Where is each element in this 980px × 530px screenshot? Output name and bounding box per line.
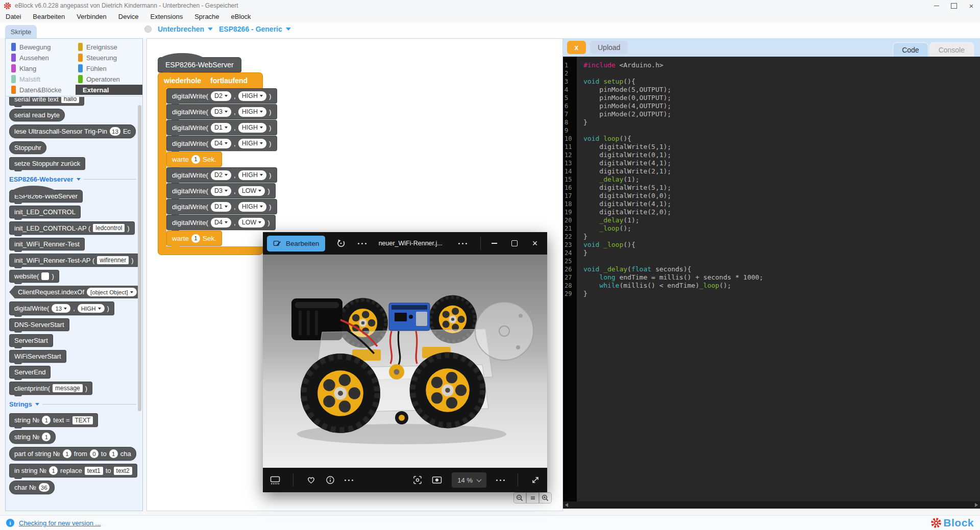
category-ereignisse[interactable]: Ereignisse xyxy=(76,42,142,52)
block-digitalwrite-d4-low[interactable]: digitalWrite(D4,LOW) xyxy=(166,215,276,230)
code-editor[interactable]: 1234567891011121314151617181920212223242… xyxy=(563,57,980,501)
more-options-icon[interactable] xyxy=(496,479,505,481)
edit-image-button[interactable]: Bearbeiten xyxy=(267,236,325,251)
block-digitalwrite-d3-high[interactable]: digitalWrite(D3,HIGH) xyxy=(166,104,277,119)
block-init-led-control-ap[interactable]: init_LED_CONTROL-AP (ledcontrol) xyxy=(9,221,135,235)
block-dropdown[interactable]: LOW xyxy=(238,218,265,228)
block-part-of-string[interactable]: part of string №1from0to1cha xyxy=(9,447,136,461)
rotate-icon[interactable] xyxy=(336,239,346,248)
script-hat-block[interactable]: ESP8266-WebServer xyxy=(158,57,241,72)
block-warte[interactable]: warte1Sek. xyxy=(166,231,222,246)
block-dropdown[interactable]: [object Object] xyxy=(87,288,137,296)
category-klang[interactable]: Klang xyxy=(9,63,76,73)
menu-item-datei[interactable]: Datei xyxy=(6,13,21,20)
menu-item-bearbeiten[interactable]: Bearbeiten xyxy=(33,13,65,20)
block-serial-read-byte[interactable]: serial read byte xyxy=(9,109,65,121)
tab-code[interactable]: Code xyxy=(893,42,928,57)
zoom-out-button[interactable] xyxy=(513,492,526,503)
device-dropdown[interactable]: ESP8266 - Generic xyxy=(219,25,291,33)
scroll-right-icon[interactable] xyxy=(975,503,978,507)
block-esp8266-webserver-hat[interactable]: ESP8266-WebServer xyxy=(9,190,83,203)
block-dropdown[interactable]: D2 xyxy=(211,170,231,180)
photo-maximize-icon[interactable] xyxy=(504,234,525,253)
fullscreen-icon[interactable] xyxy=(531,475,540,485)
block-dropdown[interactable]: HIGH xyxy=(238,107,266,117)
block-dropdown[interactable]: D1 xyxy=(211,202,231,212)
block-number-input[interactable]: 1 xyxy=(63,449,71,458)
block-string-replace[interactable]: in string №1replacetext1totext2 xyxy=(9,464,137,477)
photo-close-icon[interactable] xyxy=(525,234,545,253)
menu-item-sprache[interactable]: Sprache xyxy=(194,13,219,20)
more-options-icon[interactable] xyxy=(345,479,353,481)
block-input[interactable]: wifirenner xyxy=(97,256,129,264)
block-setze-stoppuhr[interactable]: setze Stoppuhr zurück xyxy=(9,157,85,170)
block-dropdown[interactable]: D2 xyxy=(211,91,231,101)
block-serverstart[interactable]: ServerStart xyxy=(9,334,53,347)
menu-item-device[interactable]: Device xyxy=(118,13,139,20)
category-daten-bl-cke[interactable]: Daten&Blöcke xyxy=(9,85,76,95)
block-string-get[interactable]: string №1 xyxy=(9,430,56,444)
category-bewegung[interactable]: Bewegung xyxy=(9,42,76,52)
block-input[interactable]: TEXT xyxy=(72,416,93,424)
block-warte[interactable]: warte1Sek. xyxy=(166,152,222,167)
version-check-link[interactable]: Checking for new version ... xyxy=(19,519,101,527)
palette-section-header[interactable]: Strings xyxy=(9,400,138,408)
photo-minimize-icon[interactable] xyxy=(484,234,504,253)
zoom-in-button[interactable] xyxy=(539,492,552,503)
block-init-wifi-renner-test-ap[interactable]: init_WiFi_Renner-Test-AP (wifirenner) xyxy=(9,254,138,267)
block-digitalwrite[interactable]: digitalWrite(13,HIGH) xyxy=(9,301,114,315)
block-init-led-control[interactable]: init_LED_CONTROL xyxy=(9,206,81,218)
block-digitalwrite-d2-high[interactable]: digitalWrite(D2,HIGH) xyxy=(166,88,277,104)
block-digitalwrite-d1-high[interactable]: digitalWrite(D1,HIGH) xyxy=(166,199,277,214)
menu-item-verbinden[interactable]: Verbinden xyxy=(77,13,107,20)
block-website[interactable]: website() xyxy=(9,270,59,283)
palette-section-header[interactable]: ESP8266-Webserver xyxy=(9,175,138,183)
block-dropdown[interactable]: HIGH xyxy=(238,202,266,212)
zoom-level-dropdown[interactable]: 14 % xyxy=(452,472,486,488)
block-string-set[interactable]: string №1text =TEXT xyxy=(9,413,98,427)
zoom-to-selection-icon[interactable] xyxy=(413,475,422,485)
block-empty-slot[interactable] xyxy=(41,272,49,280)
block-dropdown[interactable]: HIGH xyxy=(238,170,266,180)
code-close-button[interactable]: x xyxy=(567,41,586,54)
block-ultraschall-sensor[interactable]: lese Ultraschall-Sensor Trig-Pin13Ec xyxy=(9,124,136,138)
category-malstift[interactable]: Malstift xyxy=(9,74,76,84)
block-clientprintln[interactable]: clientprintln(message) xyxy=(9,382,92,395)
tab-console[interactable]: Console xyxy=(929,42,974,57)
block-serial-write-text[interactable]: serial write texthallo xyxy=(9,97,84,106)
code-horizontal-scrollbar[interactable] xyxy=(563,501,980,509)
maximize-icon[interactable] xyxy=(945,0,963,11)
block-stoppuhr[interactable]: Stoppuhr xyxy=(9,141,46,154)
block-dropdown[interactable]: HIGH xyxy=(238,139,266,148)
favorite-heart-icon[interactable] xyxy=(306,475,316,485)
block-input[interactable]: ledcontrol xyxy=(93,224,125,232)
block-dropdown[interactable]: D4 xyxy=(211,218,231,228)
info-circle-icon[interactable] xyxy=(326,475,335,485)
block-dns-serverstart[interactable]: DNS-ServerStart xyxy=(9,318,69,331)
palette-scrollbar[interactable] xyxy=(138,105,141,411)
filmstrip-icon[interactable] xyxy=(270,475,280,485)
close-icon[interactable] xyxy=(963,0,980,11)
block-dropdown[interactable]: D3 xyxy=(211,107,231,117)
menu-item-eblock[interactable]: eBlock xyxy=(231,13,251,20)
block-number-input[interactable]: 1 xyxy=(191,234,200,243)
block-digitalwrite-d2-high[interactable]: digitalWrite(D2,HIGH) xyxy=(166,167,277,183)
block-number-input[interactable]: 1 xyxy=(109,449,118,458)
block-input[interactable]: message xyxy=(53,384,83,392)
block-number-input[interactable]: 0 xyxy=(90,449,99,458)
block-dropdown[interactable]: HIGH xyxy=(78,304,105,313)
scroll-left-icon[interactable] xyxy=(565,503,568,507)
block-number-input[interactable]: 36 xyxy=(39,483,50,492)
block-input[interactable]: text1 xyxy=(85,467,103,475)
zoom-reset-button[interactable] xyxy=(526,492,539,503)
minimize-icon[interactable] xyxy=(928,0,945,11)
block-dropdown[interactable]: D1 xyxy=(211,123,231,133)
block-input[interactable]: text2 xyxy=(114,467,132,475)
block-dropdown[interactable]: 13 xyxy=(52,304,70,313)
block-dropdown[interactable]: HIGH xyxy=(238,123,266,133)
tab-skripte[interactable]: Skripte xyxy=(5,25,37,38)
category-f-hlen[interactable]: Fühlen xyxy=(76,63,142,73)
more-options-icon[interactable] xyxy=(458,243,467,244)
block-dropdown[interactable]: D3 xyxy=(211,186,231,196)
category-operatoren[interactable]: Operatoren xyxy=(76,74,142,84)
